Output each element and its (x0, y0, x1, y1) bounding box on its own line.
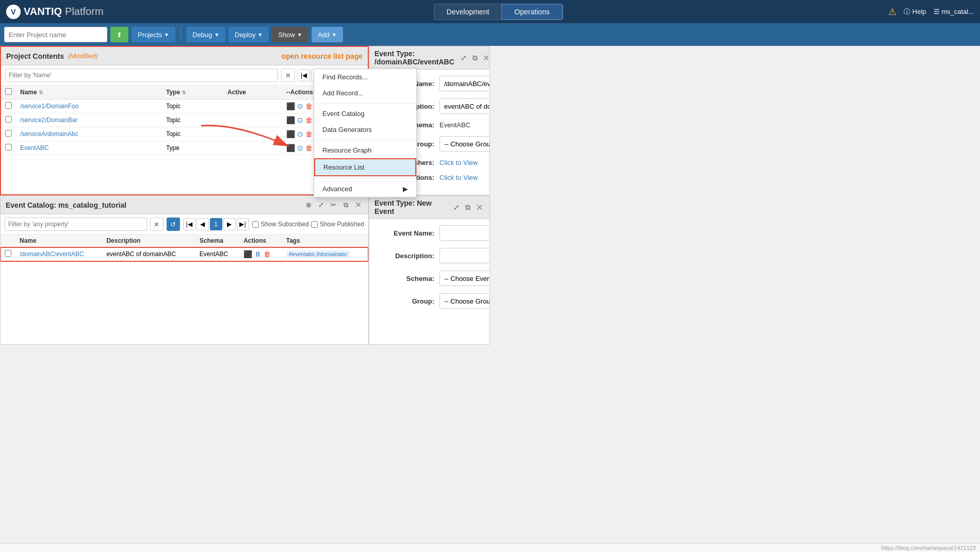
delete-icon[interactable]: 🗑 (305, 144, 313, 152)
help-link[interactable]: ⓘ Help (904, 7, 926, 16)
menu-add-record[interactable]: Add Record... (314, 85, 416, 101)
catalog-filter-clear-btn[interactable]: ✕ (150, 218, 164, 231)
filter-clear-btn[interactable]: ✕ (281, 69, 295, 82)
toolbar-separator (181, 27, 181, 42)
catalog-copy-icon[interactable]: ⬛ (243, 250, 252, 258)
project-name-input[interactable] (4, 27, 107, 42)
table-row[interactable]: /service2/DomainBar Topic ⬛ ⊙ 🗑 (1, 113, 368, 127)
project-filter-input[interactable] (5, 69, 278, 82)
menu-resource-graph[interactable]: Resource Graph (314, 142, 416, 158)
name-col-header[interactable]: Name ⇅ (16, 86, 162, 99)
table-row[interactable]: /serviceA/domainAbc Topic ⬛ ⊙ 🗑 (1, 127, 368, 141)
catalog-table: Name Description Schema Actions Tags /do… (1, 235, 368, 261)
row-checkbox[interactable] (5, 116, 12, 123)
event-catalog-title: Event Catalog: ms_catalog_tutorial (6, 201, 126, 209)
row-name: /service1/DomainFoo (16, 99, 162, 113)
select-all-checkbox[interactable] (5, 88, 12, 95)
new-event-group-select[interactable]: -- Choose Group -- (439, 293, 489, 309)
add-catalog-icon[interactable]: ⊕ (303, 200, 314, 210)
menu-find-records[interactable]: Find Records... (314, 69, 416, 85)
event-catalog-header: Event Catalog: ms_catalog_tutorial ⊕ ⤢ ✂… (1, 196, 368, 214)
close-icon[interactable]: ✕ (481, 53, 490, 63)
catalog-delete-icon[interactable]: 🗑 (264, 250, 271, 258)
catalog-row-desc: eventABC of domainABC (102, 247, 195, 261)
view-icon[interactable]: ⊙ (297, 130, 303, 138)
advanced-arrow-icon: ▶ (403, 185, 408, 193)
show-button[interactable]: Show ▼ (272, 27, 308, 42)
new-event-schema-select[interactable]: -- Choose Event Schema -- (439, 271, 489, 286)
view-icon[interactable]: ⊙ (297, 116, 303, 124)
row-name: /serviceA/domainAbc (16, 127, 162, 141)
copy-icon[interactable]: ⬛ (286, 144, 295, 152)
row-checkbox[interactable] (5, 130, 12, 137)
menu-sep-2 (314, 140, 416, 140)
table-row[interactable]: EventABC Type ⬛ ⊙ 🗑 (1, 141, 368, 155)
delete-icon[interactable]: 🗑 (305, 102, 313, 110)
close-catalog-icon[interactable]: ✕ (353, 200, 363, 210)
first-page-btn[interactable]: |◀ (298, 69, 310, 81)
catalog-pause-icon[interactable]: ⏸ (254, 250, 262, 258)
catalog-next-page-btn[interactable]: ▶ (223, 218, 236, 230)
menu-data-generators[interactable]: Data Generators (314, 122, 416, 138)
debug-button[interactable]: Debug ▼ (186, 27, 225, 42)
menu-resource-list[interactable]: Resource List (314, 158, 416, 176)
description-input[interactable] (439, 98, 489, 114)
view-icon[interactable]: ⊙ (297, 144, 303, 152)
copy-icon[interactable]: ⬛ (286, 102, 295, 110)
deploy-button[interactable]: Deploy ▼ (228, 27, 269, 42)
scissor-icon[interactable]: ✂ (328, 200, 338, 210)
name-input[interactable] (439, 76, 489, 91)
new-event-row-schema: Schema: -- Choose Event Schema -- (378, 271, 481, 286)
menu-advanced[interactable]: Advanced ▶ (314, 181, 416, 197)
tab-operations[interactable]: Operations (501, 4, 562, 20)
warning-icon[interactable]: ⚠ (888, 6, 896, 18)
event-catalog-header-icons: ⊕ ⤢ ✂ ⧉ ✕ (303, 200, 363, 210)
catalog-row[interactable]: /domainABC/eventABC eventABC of domainAB… (1, 247, 368, 261)
catalog-filter-input[interactable] (5, 218, 147, 231)
user-menu[interactable]: ☰ ms_catal... (934, 8, 974, 15)
view-icon[interactable]: ⊙ (297, 102, 303, 110)
project-table-container: Name ⇅ Type ⇅ Active --Actions-- /servic… (1, 86, 368, 194)
subscriptions-link[interactable]: Click to View (439, 174, 478, 181)
catalog-checkbox[interactable] (5, 250, 11, 257)
projects-button[interactable]: Projects ▼ (132, 27, 175, 42)
catalog-prev-page-btn[interactable]: ◀ (197, 218, 209, 230)
table-row[interactable]: /service1/DomainFoo Topic ⬛ ⊙ 🗑 (1, 99, 368, 113)
group-select[interactable]: -- Choose Group -- (439, 136, 489, 152)
tab-development[interactable]: Development (434, 4, 502, 20)
row-checkbox[interactable] (5, 102, 12, 109)
new-event-close-icon[interactable]: ✕ (474, 202, 484, 212)
copy-icon[interactable]: ⬛ (286, 130, 295, 138)
show-published-checkbox[interactable] (311, 221, 318, 228)
nav-right: ⚠ ⓘ Help ☰ ms_catal... (888, 6, 974, 18)
delete-icon[interactable]: 🗑 (305, 130, 313, 138)
expand-icon[interactable]: ⤢ (459, 53, 469, 63)
copy-icon[interactable]: ⬛ (286, 116, 295, 124)
type-sort-icon[interactable]: ⇅ (182, 90, 186, 95)
catalog-refresh-btn[interactable]: ↺ (167, 218, 180, 231)
new-event-detach-icon[interactable]: ⧉ (463, 202, 473, 212)
catalog-first-page-btn[interactable]: |◀ (183, 218, 195, 230)
show-subscribed-checkbox[interactable] (252, 221, 259, 228)
logo-text: VANTIQ (24, 6, 62, 18)
menu-event-catalog[interactable]: Event Catalog (314, 106, 416, 122)
new-event-desc-input[interactable] (439, 248, 489, 263)
row-checkbox[interactable] (5, 144, 12, 150)
catalog-last-page-btn[interactable]: ▶| (237, 218, 249, 230)
detach-icon[interactable]: ⧉ (470, 53, 480, 63)
publishers-link[interactable]: Click to View (439, 159, 478, 166)
new-event-name-input[interactable] (439, 225, 489, 241)
catalog-current-page-btn[interactable]: 1 (210, 218, 222, 230)
open-resource-link[interactable]: open resource list page (282, 52, 363, 60)
type-col-header[interactable]: Type ⇅ (162, 86, 223, 99)
project-filter-bar: ✕ |◀ ◀ 1 ▶ ▶| (1, 65, 368, 86)
catalog-tags-col: Tags (282, 235, 368, 247)
upload-button[interactable]: ⬆ (110, 27, 128, 42)
new-event-expand-icon[interactable]: ⤢ (451, 202, 462, 212)
name-sort-icon[interactable]: ⇅ (39, 90, 43, 95)
delete-icon[interactable]: 🗑 (305, 116, 313, 124)
detach-catalog-icon[interactable]: ⧉ (340, 200, 351, 210)
row-name: /service2/DomainBar (16, 113, 162, 127)
expand-catalog-icon[interactable]: ⤢ (316, 200, 326, 210)
add-button[interactable]: Add ▼ (312, 27, 343, 42)
